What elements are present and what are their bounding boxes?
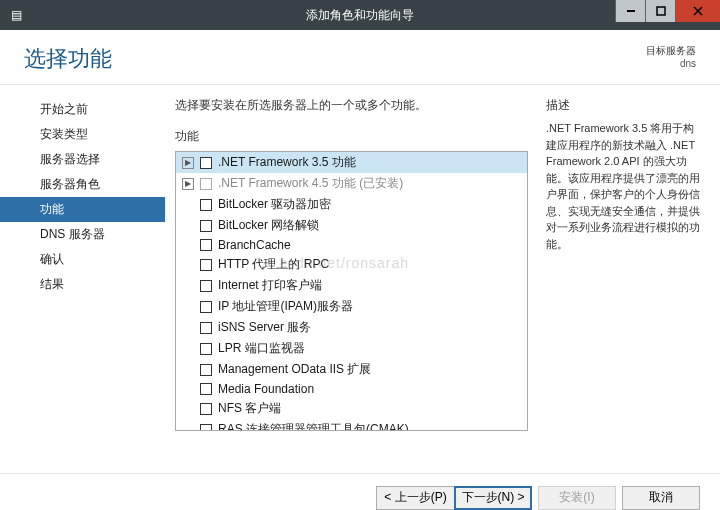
features-listbox[interactable]: ▶ .NET Framework 3.5 功能 ▶ .NET Framework… [175, 151, 528, 431]
sidebar-item-dns-server[interactable]: DNS 服务器 [0, 222, 165, 247]
checkbox[interactable] [200, 280, 212, 292]
sidebar-item-before-begin[interactable]: 开始之前 [0, 97, 165, 122]
window-controls [615, 0, 720, 30]
description-label: 描述 [546, 97, 704, 114]
checkbox[interactable] [200, 424, 212, 432]
install-button: 安装(I) [538, 486, 616, 510]
checkbox[interactable] [200, 322, 212, 334]
page-title: 选择功能 [24, 44, 112, 74]
feature-item[interactable]: RAS 连接管理器管理工具包(CMAK) [176, 419, 527, 431]
feature-item[interactable]: iSNS Server 服务 [176, 317, 527, 338]
feature-label: IP 地址管理(IPAM)服务器 [218, 298, 353, 315]
feature-item[interactable]: BranchCache [176, 236, 527, 254]
feature-item[interactable]: Management OData IIS 扩展 [176, 359, 527, 380]
titlebar: ▤ 添加角色和功能向导 [0, 0, 720, 30]
sidebar-item-features[interactable]: 功能 [0, 197, 165, 222]
instruction-text: 选择要安装在所选服务器上的一个或多个功能。 [175, 97, 528, 114]
feature-label: .NET Framework 4.5 功能 (已安装) [218, 175, 403, 192]
maximize-button[interactable] [645, 0, 675, 22]
feature-label: BitLocker 网络解锁 [218, 217, 319, 234]
checkbox[interactable] [200, 364, 212, 376]
features-label: 功能 [175, 128, 528, 145]
wizard-sidebar: 开始之前 安装类型 服务器选择 服务器角色 功能 DNS 服务器 确认 结果 [0, 85, 165, 473]
feature-item[interactable]: LPR 端口监视器 [176, 338, 527, 359]
wizard-header: 选择功能 目标服务器 dns [0, 30, 720, 85]
checkbox[interactable] [200, 403, 212, 415]
sidebar-item-server-roles[interactable]: 服务器角色 [0, 172, 165, 197]
feature-item[interactable]: HTTP 代理上的 RPC [176, 254, 527, 275]
target-server-info: 目标服务器 dns [646, 44, 696, 69]
previous-button[interactable]: < 上一步(P) [376, 486, 454, 510]
sidebar-item-server-selection[interactable]: 服务器选择 [0, 147, 165, 172]
feature-label: BitLocker 驱动器加密 [218, 196, 331, 213]
feature-label: Management OData IIS 扩展 [218, 361, 371, 378]
checkbox[interactable] [200, 199, 212, 211]
minimize-button[interactable] [615, 0, 645, 22]
description-text: .NET Framework 3.5 将用于构建应用程序的新技术融入 .NET … [546, 120, 704, 252]
window-title: 添加角色和功能向导 [306, 7, 414, 24]
feature-item[interactable]: NFS 客户端 [176, 398, 527, 419]
cancel-button[interactable]: 取消 [622, 486, 700, 510]
checkbox[interactable] [200, 343, 212, 355]
close-button[interactable] [675, 0, 720, 22]
feature-label: HTTP 代理上的 RPC [218, 256, 329, 273]
sidebar-item-results[interactable]: 结果 [0, 272, 165, 297]
feature-item[interactable]: IP 地址管理(IPAM)服务器 [176, 296, 527, 317]
feature-item[interactable]: Internet 打印客户端 [176, 275, 527, 296]
checkbox[interactable] [200, 157, 212, 169]
app-icon: ▤ [6, 5, 26, 25]
feature-label: Media Foundation [218, 382, 314, 396]
feature-label: NFS 客户端 [218, 400, 281, 417]
feature-label: BranchCache [218, 238, 291, 252]
wizard-footer: < 上一步(P) 下一步(N) > 安装(I) 取消 [0, 473, 720, 510]
target-server-label: 目标服务器 [646, 44, 696, 58]
checkbox[interactable] [200, 239, 212, 251]
svg-rect-1 [657, 7, 665, 15]
checkbox[interactable] [200, 178, 212, 190]
feature-label: Internet 打印客户端 [218, 277, 322, 294]
checkbox[interactable] [200, 259, 212, 271]
feature-item[interactable]: BitLocker 驱动器加密 [176, 194, 527, 215]
checkbox[interactable] [200, 383, 212, 395]
expand-icon[interactable]: ▶ [182, 157, 194, 169]
feature-item[interactable]: BitLocker 网络解锁 [176, 215, 527, 236]
next-button[interactable]: 下一步(N) > [454, 486, 532, 510]
expand-icon[interactable]: ▶ [182, 178, 194, 190]
feature-item[interactable]: Media Foundation [176, 380, 527, 398]
feature-label: LPR 端口监视器 [218, 340, 305, 357]
feature-label: RAS 连接管理器管理工具包(CMAK) [218, 421, 409, 431]
feature-label: .NET Framework 3.5 功能 [218, 154, 356, 171]
target-server-value: dns [646, 58, 696, 69]
feature-item[interactable]: ▶ .NET Framework 3.5 功能 [176, 152, 527, 173]
feature-label: iSNS Server 服务 [218, 319, 311, 336]
sidebar-item-confirm[interactable]: 确认 [0, 247, 165, 272]
sidebar-item-install-type[interactable]: 安装类型 [0, 122, 165, 147]
checkbox[interactable] [200, 220, 212, 232]
feature-item[interactable]: ▶ .NET Framework 4.5 功能 (已安装) [176, 173, 527, 194]
checkbox[interactable] [200, 301, 212, 313]
